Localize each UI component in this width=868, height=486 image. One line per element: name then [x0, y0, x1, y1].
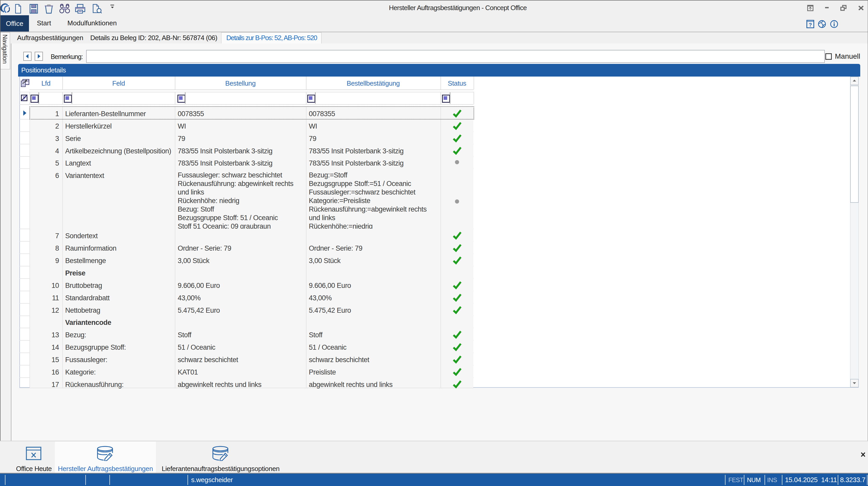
svg-text:?: ?: [809, 22, 812, 28]
